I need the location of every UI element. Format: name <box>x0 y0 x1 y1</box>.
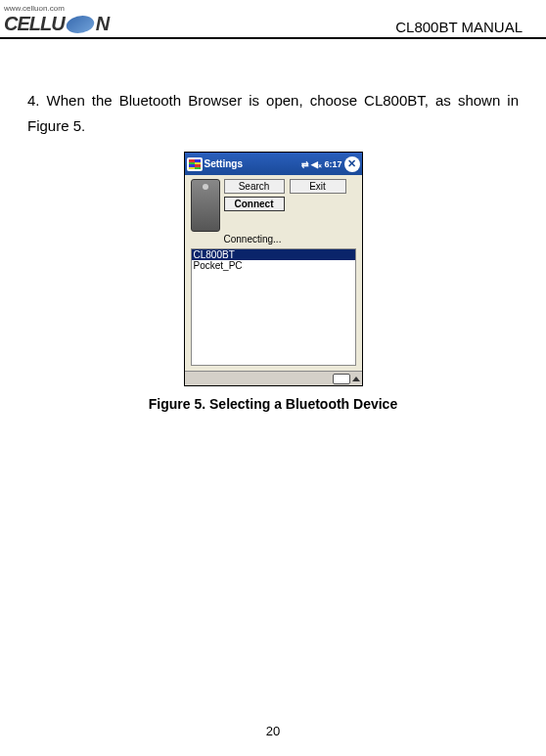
page-number: 20 <box>0 724 546 738</box>
embedded-screenshot: Settings ⇄ ◀ₓ 6:17 ✕ Search Exit Connect <box>184 152 363 386</box>
site-url: www.celluon.com <box>4 4 110 13</box>
button-column: Search Exit Connect <box>224 179 346 211</box>
screenshot-body: Search Exit Connect Connecting... CL800B… <box>185 175 362 371</box>
menu-up-icon[interactable] <box>352 377 360 381</box>
page-content: 4. When the Bluetooth Browser is open, c… <box>0 39 546 412</box>
page-header: www.celluon.com CELLU N CL800BT MANUAL <box>0 0 546 39</box>
status-text: Connecting... <box>224 234 356 245</box>
bottom-bar <box>185 371 362 385</box>
document-title: CL800BT MANUAL <box>395 19 523 35</box>
wm-taskbar: Settings ⇄ ◀ₓ 6:17 ✕ <box>185 153 362 175</box>
device-icon <box>191 179 220 232</box>
search-button[interactable]: Search <box>224 179 285 194</box>
keyboard-icon[interactable] <box>333 374 350 384</box>
volume-icon[interactable]: ◀ₓ <box>311 159 322 169</box>
instruction-paragraph: 4. When the Bluetooth Browser is open, c… <box>27 88 519 138</box>
logo-block: www.celluon.com CELLU N <box>4 4 110 35</box>
list-item[interactable]: Pocket_PC <box>192 260 355 271</box>
top-row: Search Exit Connect <box>191 179 356 232</box>
connect-button[interactable]: Connect <box>224 197 285 211</box>
device-list[interactable]: CL800BT Pocket_PC <box>191 248 356 366</box>
logo-text-left: CELLU <box>4 13 65 35</box>
logo-text-right: N <box>96 13 110 35</box>
windows-flag-icon[interactable] <box>187 157 203 171</box>
list-item-selected[interactable]: CL800BT <box>192 249 355 260</box>
signal-icon[interactable]: ⇄ <box>301 159 309 169</box>
logo-swirl-icon <box>64 16 96 33</box>
close-icon[interactable]: ✕ <box>344 156 360 172</box>
figure-caption: Figure 5. Selecting a Bluetooth Device <box>27 396 519 412</box>
taskbar-title: Settings <box>205 158 243 169</box>
logo: CELLU N <box>4 13 110 35</box>
exit-button[interactable]: Exit <box>290 179 346 194</box>
taskbar-clock: 6:17 <box>324 159 341 169</box>
